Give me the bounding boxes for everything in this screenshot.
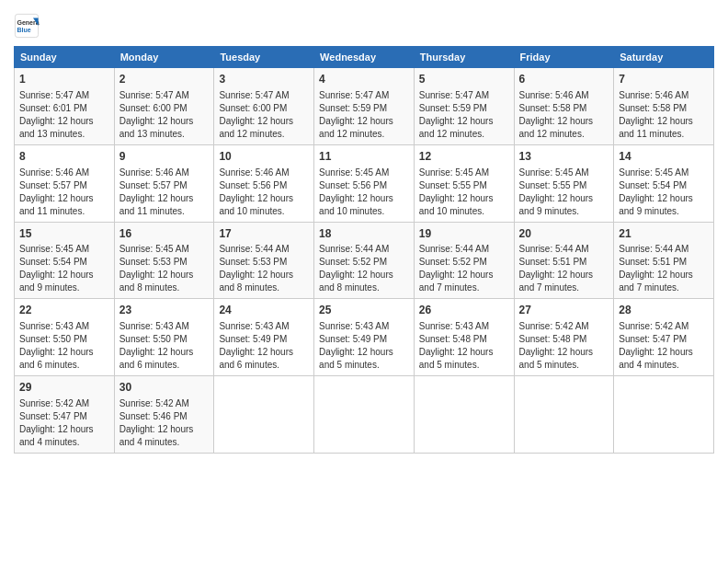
calendar-cell [614,376,714,454]
calendar-cell: 11Sunrise: 5:45 AMSunset: 5:56 PMDayligh… [314,144,415,222]
calendar-cell: 6Sunrise: 5:46 AMSunset: 5:58 PMDaylight… [514,68,614,145]
calendar-cell: 16Sunrise: 5:45 AMSunset: 5:53 PMDayligh… [114,222,214,299]
day-number: 5 [419,72,509,87]
calendar-cell: 30Sunrise: 5:42 AMSunset: 5:46 PMDayligh… [114,376,214,454]
calendar-cell: 10Sunrise: 5:46 AMSunset: 5:56 PMDayligh… [214,144,314,222]
day-number: 22 [19,303,109,318]
calendar-cell: 23Sunrise: 5:43 AMSunset: 5:50 PMDayligh… [114,299,214,376]
calendar-cell: 8Sunrise: 5:46 AMSunset: 5:57 PMDaylight… [15,144,115,222]
day-number: 6 [519,72,609,87]
day-number: 20 [519,226,609,242]
calendar-cell: 27Sunrise: 5:42 AMSunset: 5:48 PMDayligh… [514,299,614,376]
calendar-cell: 17Sunrise: 5:44 AMSunset: 5:53 PMDayligh… [214,222,314,299]
calendar-table: SundayMondayTuesdayWednesdayThursdayFrid… [14,46,714,454]
col-header-sunday: Sunday [15,47,115,68]
day-number: 26 [419,303,509,318]
day-number: 24 [219,303,309,318]
calendar-cell: 4Sunrise: 5:47 AMSunset: 5:59 PMDaylight… [314,68,415,145]
page-header: General Blue [14,9,714,39]
day-number: 29 [19,380,109,396]
calendar-cell: 19Sunrise: 5:44 AMSunset: 5:52 PMDayligh… [414,222,514,299]
calendar-cell: 1Sunrise: 5:47 AMSunset: 6:01 PMDaylight… [15,68,115,145]
day-number: 25 [319,303,409,318]
calendar-body: 1Sunrise: 5:47 AMSunset: 6:01 PMDaylight… [15,68,714,454]
day-number: 30 [119,380,210,396]
col-header-friday: Friday [514,47,614,68]
col-header-monday: Monday [114,47,214,68]
calendar-week-3: 15Sunrise: 5:45 AMSunset: 5:54 PMDayligh… [15,222,714,299]
day-number: 9 [119,149,210,165]
calendar-cell: 29Sunrise: 5:42 AMSunset: 5:47 PMDayligh… [15,376,115,454]
svg-text:Blue: Blue [17,27,31,33]
calendar-header-row: SundayMondayTuesdayWednesdayThursdayFrid… [15,47,714,68]
calendar-cell: 21Sunrise: 5:44 AMSunset: 5:51 PMDayligh… [614,222,714,299]
day-number: 1 [19,72,109,87]
calendar-cell: 3Sunrise: 5:47 AMSunset: 6:00 PMDaylight… [214,68,314,145]
calendar-cell: 20Sunrise: 5:44 AMSunset: 5:51 PMDayligh… [514,222,614,299]
calendar-cell: 12Sunrise: 5:45 AMSunset: 5:55 PMDayligh… [414,144,514,222]
calendar-cell: 18Sunrise: 5:44 AMSunset: 5:52 PMDayligh… [314,222,415,299]
calendar-cell: 2Sunrise: 5:47 AMSunset: 6:00 PMDaylight… [114,68,214,145]
col-header-saturday: Saturday [614,47,714,68]
calendar-cell [214,376,314,454]
calendar-week-2: 8Sunrise: 5:46 AMSunset: 5:57 PMDaylight… [15,144,714,222]
logo-icon: General Blue [14,13,40,39]
day-number: 14 [619,149,709,165]
calendar-week-5: 29Sunrise: 5:42 AMSunset: 5:47 PMDayligh… [15,376,714,454]
calendar-cell [514,376,614,454]
calendar-cell: 28Sunrise: 5:42 AMSunset: 5:47 PMDayligh… [614,299,714,376]
day-number: 11 [319,149,409,165]
calendar-cell: 15Sunrise: 5:45 AMSunset: 5:54 PMDayligh… [15,222,115,299]
calendar-cell: 26Sunrise: 5:43 AMSunset: 5:48 PMDayligh… [414,299,514,376]
day-number: 4 [319,72,409,87]
calendar-cell: 5Sunrise: 5:47 AMSunset: 5:59 PMDaylight… [414,68,514,145]
logo: General Blue [14,13,43,39]
day-number: 8 [19,149,109,165]
day-number: 10 [219,149,309,165]
calendar-cell: 22Sunrise: 5:43 AMSunset: 5:50 PMDayligh… [15,299,115,376]
col-header-wednesday: Wednesday [314,47,415,68]
calendar-cell: 13Sunrise: 5:45 AMSunset: 5:55 PMDayligh… [514,144,614,222]
day-number: 13 [519,149,609,165]
calendar-cell: 24Sunrise: 5:43 AMSunset: 5:49 PMDayligh… [214,299,314,376]
day-number: 18 [319,226,409,242]
day-number: 17 [219,226,309,242]
day-number: 21 [619,226,709,242]
day-number: 23 [119,303,210,318]
day-number: 27 [519,303,609,318]
day-number: 28 [619,303,709,318]
calendar-cell: 7Sunrise: 5:46 AMSunset: 5:58 PMDaylight… [614,68,714,145]
col-header-tuesday: Tuesday [214,47,314,68]
day-number: 16 [119,226,210,242]
day-number: 15 [19,226,109,242]
calendar-cell [414,376,514,454]
day-number: 2 [119,72,210,87]
day-number: 7 [619,72,709,87]
day-number: 19 [419,226,509,242]
day-number: 12 [419,149,509,165]
calendar-week-1: 1Sunrise: 5:47 AMSunset: 6:01 PMDaylight… [15,68,714,145]
calendar-week-4: 22Sunrise: 5:43 AMSunset: 5:50 PMDayligh… [15,299,714,376]
day-number: 3 [219,72,309,87]
calendar-cell: 14Sunrise: 5:45 AMSunset: 5:54 PMDayligh… [614,144,714,222]
calendar-cell [314,376,415,454]
svg-rect-0 [15,14,38,37]
calendar-cell: 9Sunrise: 5:46 AMSunset: 5:57 PMDaylight… [114,144,214,222]
calendar-cell: 25Sunrise: 5:43 AMSunset: 5:49 PMDayligh… [314,299,415,376]
col-header-thursday: Thursday [414,47,514,68]
